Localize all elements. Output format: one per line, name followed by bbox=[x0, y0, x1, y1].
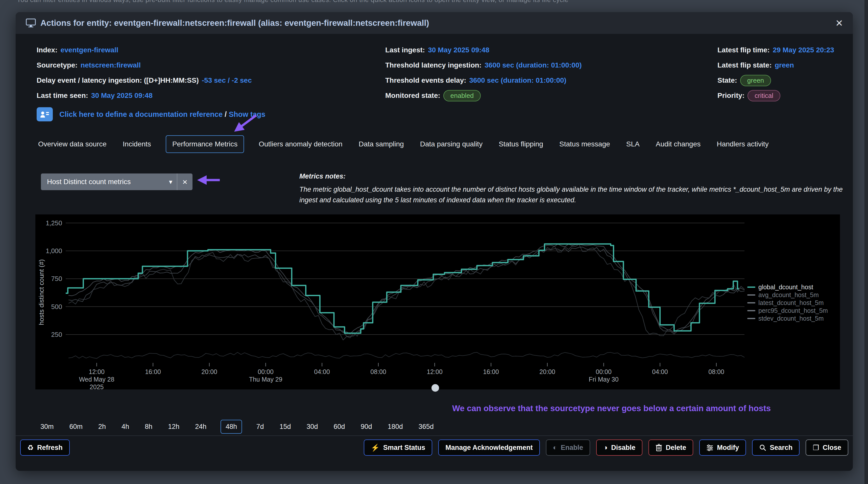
time-range-2h[interactable]: 2h bbox=[97, 420, 107, 434]
tab-incidents[interactable]: Incidents bbox=[121, 136, 153, 152]
info-state: State: green bbox=[717, 75, 771, 86]
time-range-180d[interactable]: 180d bbox=[386, 420, 404, 434]
background-page-text: You can filter entities in various ways,… bbox=[17, 0, 868, 4]
svg-text:Fri May 30: Fri May 30 bbox=[589, 376, 619, 383]
svg-text:08:00: 08:00 bbox=[370, 368, 386, 375]
legend-item-global_dcount_host[interactable]: global_dcount_host bbox=[747, 283, 828, 291]
info-threshold-latency: Threshold latency ingestion: 3600 sec (d… bbox=[385, 60, 582, 71]
info-sourcetype-value[interactable]: netscreen:firewall bbox=[81, 61, 141, 69]
info-threshold-delay-label: Threshold events delay: bbox=[385, 76, 466, 84]
legend-swatch bbox=[747, 302, 755, 304]
tab-data-sampling[interactable]: Data sampling bbox=[357, 136, 405, 152]
tab-audit-changes[interactable]: Audit changes bbox=[654, 136, 702, 152]
info-index-value[interactable]: eventgen-firewall bbox=[60, 46, 118, 54]
chart-plot[interactable]: 2505007501,0001,25012:00Wed May 28202516… bbox=[35, 215, 840, 390]
legend-label: avg_dcount_host_5m bbox=[758, 291, 819, 298]
info-last-ingest: Last ingest: 30 May 2025 09:48 bbox=[385, 45, 489, 56]
contact-card-icon[interactable] bbox=[37, 107, 53, 121]
show-tags-link[interactable]: Show tags bbox=[228, 110, 265, 118]
priority-badge: critical bbox=[747, 90, 780, 102]
info-priority-label: Priority: bbox=[717, 91, 744, 99]
svg-text:250: 250 bbox=[51, 331, 62, 338]
svg-text:00:00: 00:00 bbox=[258, 368, 274, 375]
tab-performance-metrics[interactable]: Performance Metrics bbox=[166, 135, 244, 153]
trash-icon bbox=[655, 444, 662, 451]
clear-icon[interactable]: × bbox=[182, 177, 187, 187]
info-flip-state-label: Latest flip state: bbox=[717, 61, 772, 69]
svg-text:04:00: 04:00 bbox=[314, 368, 330, 375]
legend-item-avg_dcount_host_5m[interactable]: avg_dcount_host_5m bbox=[747, 291, 828, 299]
annotation-text: We can observe that the sourcetype never… bbox=[452, 404, 771, 413]
time-range-bar: 30m 60m 2h 4h 8h 12h 24h 48h 7d 15d 30d … bbox=[39, 420, 435, 434]
delete-button[interactable]: Delete bbox=[649, 439, 693, 456]
monitored-state-badge: enabled bbox=[443, 90, 481, 102]
info-flip-state: Latest flip state: green bbox=[717, 60, 794, 71]
time-range-60d[interactable]: 60d bbox=[332, 420, 347, 434]
tab-status-message[interactable]: Status message bbox=[558, 136, 612, 152]
metrics-chart[interactable]: hosts distinct count (#) 2505007501,0001… bbox=[35, 215, 840, 390]
info-state-label: State: bbox=[717, 76, 737, 84]
time-range-7d[interactable]: 7d bbox=[255, 420, 265, 434]
info-threshold-delay: Threshold events delay: 3600 sec (durati… bbox=[385, 75, 566, 86]
time-range-30d[interactable]: 30d bbox=[305, 420, 319, 434]
state-badge: green bbox=[740, 75, 771, 86]
time-range-15d[interactable]: 15d bbox=[278, 420, 292, 434]
toggle-icon: ◐ bbox=[553, 444, 557, 452]
time-range-90d[interactable]: 90d bbox=[359, 420, 374, 434]
time-range-60m[interactable]: 60m bbox=[68, 420, 84, 434]
bolt-icon: ⚡ bbox=[371, 444, 380, 452]
chevron-down-icon[interactable]: ▾ bbox=[169, 178, 172, 186]
legend-item-stdev_dcount_host_5m[interactable]: stdev_dcount_host_5m bbox=[747, 315, 828, 322]
close-icon[interactable]: × bbox=[836, 18, 843, 28]
svg-text:Thu May 29: Thu May 29 bbox=[249, 376, 282, 383]
tab-handlers-activity[interactable]: Handlers activity bbox=[715, 136, 770, 152]
time-range-30m[interactable]: 30m bbox=[39, 420, 55, 434]
smart-status-button[interactable]: ⚡ Smart Status bbox=[364, 439, 433, 456]
search-button[interactable]: Search bbox=[752, 439, 800, 456]
legend-item-latest_dcount_host_5m[interactable]: latest_dcount_host_5m bbox=[747, 299, 828, 307]
time-range-8h[interactable]: 8h bbox=[143, 420, 154, 434]
svg-text:1,000: 1,000 bbox=[46, 247, 62, 255]
time-range-4h[interactable]: 4h bbox=[120, 420, 131, 434]
legend-label: latest_dcount_host_5m bbox=[758, 299, 824, 307]
info-delay-label: Delay event / latency ingestion: ([D+]HH… bbox=[37, 76, 199, 84]
info-last-seen-value: 30 May 2025 09:48 bbox=[91, 91, 153, 99]
tab-outliers-anomaly-detection[interactable]: Outliers anomaly detection bbox=[257, 136, 344, 152]
modal-header: Actions for entity: eventgen-firewall:ne… bbox=[16, 12, 853, 34]
documentation-link[interactable]: Click here to define a documentation ref… bbox=[59, 110, 265, 119]
metrics-notes-body: The metric global_host_dcount takes into… bbox=[299, 184, 845, 205]
info-flip-time-label: Latest flip time: bbox=[717, 46, 770, 54]
time-range-365d[interactable]: 365d bbox=[417, 420, 435, 434]
metrics-notes-title: Metrics notes: bbox=[299, 171, 845, 181]
close-button[interactable]: ❐ Close bbox=[806, 439, 848, 456]
svg-text:20:00: 20:00 bbox=[202, 368, 217, 375]
tab-sla[interactable]: SLA bbox=[625, 136, 641, 152]
svg-text:500: 500 bbox=[51, 303, 62, 311]
time-range-24h[interactable]: 24h bbox=[193, 420, 208, 434]
window-icon: ❐ bbox=[813, 444, 819, 452]
metric-selector-clear-button[interactable]: × bbox=[177, 173, 192, 190]
chart-resize-handle[interactable] bbox=[432, 384, 439, 392]
tab-overview-data-source[interactable]: Overview data source bbox=[37, 136, 108, 152]
enable-button[interactable]: ◐ Enable bbox=[546, 439, 590, 456]
time-range-48h[interactable]: 48h bbox=[220, 420, 242, 434]
doc-link-separator: / bbox=[224, 110, 226, 118]
svg-text:08:00: 08:00 bbox=[708, 368, 724, 375]
tab-status-flipping[interactable]: Status flipping bbox=[497, 136, 545, 152]
info-last-seen-label: Last time seen: bbox=[37, 91, 88, 99]
metric-selector-dropdown[interactable]: Host Distinct count metrics ▾ × bbox=[41, 173, 192, 190]
legend-item-perc95_dcount_host_5m[interactable]: perc95_dcount_host_5m bbox=[747, 307, 828, 315]
tab-data-parsing-quality[interactable]: Data parsing quality bbox=[418, 136, 484, 152]
svg-text:16:00: 16:00 bbox=[145, 368, 161, 375]
svg-text:12:00: 12:00 bbox=[427, 368, 442, 375]
refresh-button[interactable]: ♻ Refresh bbox=[20, 439, 70, 456]
time-range-12h[interactable]: 12h bbox=[166, 420, 181, 434]
doc-link-text[interactable]: Click here to define a documentation ref… bbox=[59, 110, 222, 118]
manage-acknowledgement-button[interactable]: Manage Acknowledgement bbox=[438, 439, 540, 456]
modify-button[interactable]: Modify bbox=[699, 439, 746, 456]
info-last-ingest-label: Last ingest: bbox=[385, 46, 425, 54]
disable-button[interactable]: ◑ Disable bbox=[596, 439, 643, 456]
svg-text:20:00: 20:00 bbox=[539, 368, 555, 375]
page-scrollbar[interactable] bbox=[865, 0, 868, 484]
chart-legend: global_dcount_hostavg_dcount_host_5mlate… bbox=[747, 283, 828, 322]
